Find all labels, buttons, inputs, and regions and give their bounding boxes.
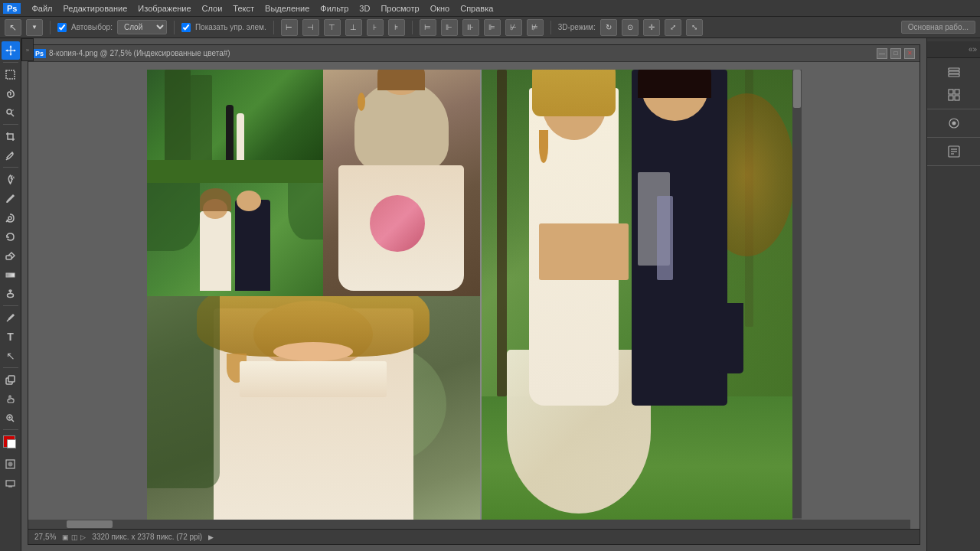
- menu-window[interactable]: Окно: [426, 2, 455, 15]
- tool-pen[interactable]: [2, 308, 20, 327]
- tool-hand[interactable]: [2, 390, 20, 408]
- tool-clone[interactable]: [2, 208, 20, 227]
- tool-history[interactable]: [2, 227, 20, 246]
- tool-shape[interactable]: [2, 370, 20, 389]
- panel-layers-icon[interactable]: [943, 61, 965, 83]
- svg-line-16: [11, 419, 14, 422]
- panel-grid-icon[interactable]: [943, 84, 965, 106]
- h-scrollbar-thumb[interactable]: [67, 520, 113, 528]
- panel-expand-left[interactable]: »: [21, 38, 34, 61]
- panels-expand-right[interactable]: »: [972, 45, 977, 54]
- menu-text[interactable]: Текст: [228, 2, 259, 15]
- svg-rect-8: [6, 273, 15, 277]
- tool-text[interactable]: T: [2, 328, 20, 346]
- tool-path-select[interactable]: ↖: [2, 347, 20, 365]
- tool-crop[interactable]: [2, 127, 20, 145]
- photo-bride-portrait: [147, 296, 480, 529]
- vertical-scrollbar[interactable]: ▼: [792, 70, 802, 529]
- align-bottom-icon[interactable]: ⊧: [388, 19, 405, 36]
- menu-layers[interactable]: Слои: [198, 2, 227, 15]
- align-center-h-icon[interactable]: ⊣: [302, 19, 319, 36]
- distribute-top-icon[interactable]: ⊫: [484, 19, 501, 36]
- move-tool-options-icon: ↖: [5, 19, 21, 36]
- align-top-icon[interactable]: ⊥: [345, 19, 362, 36]
- menu-view[interactable]: Просмотр: [376, 2, 423, 15]
- options-right: Основная рабо...: [901, 21, 975, 34]
- svg-rect-0: [6, 70, 15, 79]
- status-icon-2: ◫: [71, 533, 78, 541]
- menu-image[interactable]: Изображение: [133, 2, 195, 15]
- panels-header: « »: [927, 41, 980, 58]
- doc-close[interactable]: ✕: [904, 48, 915, 59]
- menu-edit[interactable]: Редактирование: [59, 2, 132, 15]
- tool-sep-2: [3, 124, 18, 125]
- background-color[interactable]: [7, 439, 16, 448]
- tool-sep-6: [3, 429, 18, 430]
- panel-adjustments-icon[interactable]: [943, 112, 965, 134]
- workspace-label[interactable]: Основная рабо...: [901, 21, 975, 34]
- svg-line-3: [6, 159, 7, 160]
- doc-ps-icon: Ps: [33, 49, 46, 58]
- align-center-v-icon[interactable]: ⊦: [367, 19, 384, 36]
- svg-point-1: [7, 109, 11, 114]
- align-left-icon[interactable]: ⊢: [281, 19, 298, 36]
- distribute-center-h-icon[interactable]: ⊩: [441, 19, 458, 36]
- tool-quick-select[interactable]: [2, 103, 20, 122]
- tool-quick-mask[interactable]: [2, 455, 20, 473]
- tool-lasso[interactable]: [2, 84, 20, 103]
- menu-select[interactable]: Выделение: [260, 2, 314, 15]
- left-collage: [147, 70, 480, 529]
- distribute-center-v-icon[interactable]: ⊬: [505, 19, 522, 36]
- canvas-area[interactable]: ▼: [28, 62, 920, 529]
- align-right-icon[interactable]: ⊤: [324, 19, 341, 36]
- status-icon-3: ▷: [80, 533, 86, 541]
- auto-select-checkbox[interactable]: [57, 23, 67, 32]
- svg-point-9: [8, 293, 14, 297]
- doc-minimize[interactable]: —: [877, 48, 887, 59]
- show-transform-checkbox[interactable]: [181, 23, 191, 32]
- photo-couple-main: [482, 70, 802, 529]
- tool-eraser[interactable]: [2, 246, 20, 265]
- distribute-left-icon[interactable]: ⊨: [420, 19, 436, 36]
- color-swatches[interactable]: [2, 434, 20, 452]
- menu-file[interactable]: Файл: [27, 2, 57, 15]
- status-bar: 27,5% ▣ ◫ ▷ 3320 пикс. x 2378 пикс. (72 …: [28, 529, 920, 544]
- svg-rect-29: [955, 96, 959, 100]
- tool-move[interactable]: [2, 41, 20, 60]
- tool-healing[interactable]: [2, 170, 20, 188]
- photo-bride-bouquet: [323, 70, 480, 298]
- doc-maximize[interactable]: □: [890, 48, 901, 59]
- panel-history-icon[interactable]: [943, 141, 965, 162]
- tool-zoom[interactable]: [2, 409, 20, 427]
- svg-rect-27: [955, 90, 959, 94]
- tool-eyedropper[interactable]: [2, 146, 20, 165]
- panel-group-1: [927, 58, 980, 109]
- tool-gradient[interactable]: [2, 266, 20, 284]
- 3d-slide-icon[interactable]: ⤢: [665, 19, 681, 36]
- status-arrow[interactable]: ▶: [208, 533, 214, 541]
- scrollbar-thumb[interactable]: [793, 70, 801, 108]
- 3d-roll-icon[interactable]: ⊙: [622, 19, 639, 36]
- tool-dodge[interactable]: [2, 285, 20, 303]
- distribute-right-icon[interactable]: ⊪: [462, 19, 479, 36]
- menu-3d[interactable]: 3D: [354, 2, 374, 15]
- distribute-bottom-icon[interactable]: ⊭: [527, 19, 544, 36]
- content-area: » Ps 8-копия-4.png @ 27,5% (Индексирован…: [21, 38, 926, 551]
- 3d-pan-icon[interactable]: ✛: [643, 19, 660, 36]
- panel-group-3: [927, 138, 980, 166]
- tool-sep-1: [3, 62, 18, 63]
- svg-rect-25: [949, 74, 959, 77]
- tool-screen-mode[interactable]: [2, 474, 20, 492]
- tool-marquee[interactable]: [2, 65, 20, 83]
- 3d-scale-icon[interactable]: ⤡: [686, 19, 703, 36]
- svg-point-5: [7, 201, 8, 203]
- 3d-rotate-icon[interactable]: ↻: [600, 19, 617, 36]
- doc-titlebar: Ps 8-копия-4.png @ 27,5% (Индексированны…: [28, 45, 920, 62]
- tool-brush[interactable]: [2, 189, 20, 207]
- menu-filter[interactable]: Фильтр: [315, 2, 353, 15]
- auto-select-dropdown[interactable]: Слой: [117, 20, 167, 34]
- menu-help[interactable]: Справка: [456, 2, 498, 15]
- svg-rect-28: [949, 96, 953, 100]
- horizontal-scrollbar[interactable]: [28, 520, 910, 529]
- sep5: [550, 21, 551, 34]
